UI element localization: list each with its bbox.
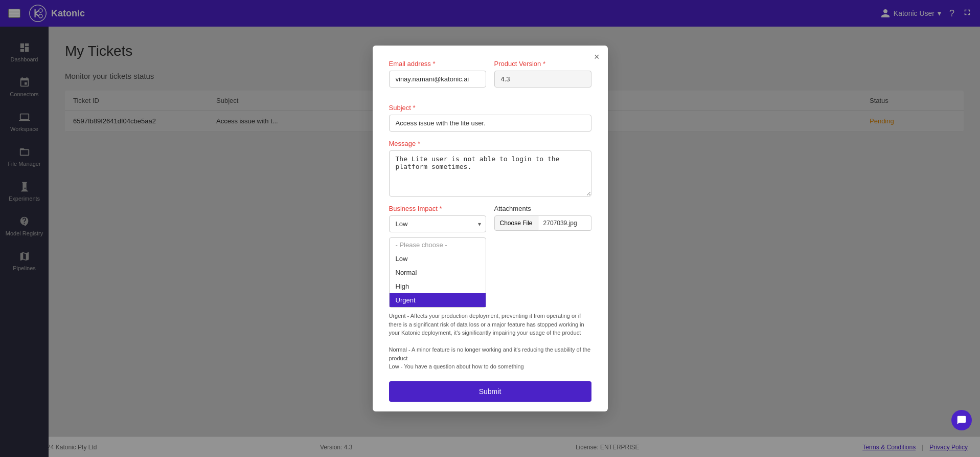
impact-desc-normal: Normal - A minor feature is no longer wo…: [389, 346, 591, 361]
attachments-label: Attachments: [494, 205, 591, 212]
modal-overlay: × Email address * Product Version *: [0, 0, 980, 457]
form-row-impact-attachments: Business Impact * Low Normal High Urgent…: [389, 205, 591, 308]
impact-label: Business Impact *: [389, 205, 486, 212]
form-row-email-version: Email address * Product Version *: [389, 60, 591, 96]
impact-required: *: [440, 205, 442, 212]
form-group-email: Email address *: [389, 60, 486, 88]
dropdown-option-normal[interactable]: Normal: [390, 266, 486, 279]
modal-close-button[interactable]: ×: [594, 52, 600, 62]
dropdown-option-urgent[interactable]: Urgent: [390, 293, 486, 307]
choose-file-button[interactable]: Choose File: [494, 215, 538, 231]
message-required: *: [418, 140, 420, 147]
subject-required: *: [413, 104, 416, 112]
file-input-wrapper: Choose File 2707039.jpg: [494, 215, 591, 231]
message-textarea[interactable]: The Lite user is not able to login to th…: [389, 150, 591, 197]
version-input[interactable]: [494, 71, 591, 88]
impact-descriptions: Urgent - Affects your production deploym…: [389, 312, 591, 371]
impact-desc-low: Low - You have a question about how to d…: [389, 363, 524, 369]
subject-label: Subject *: [389, 104, 591, 112]
form-group-message: Message * The Lite user is not able to l…: [389, 140, 591, 197]
dropdown-option-low[interactable]: Low: [390, 252, 486, 266]
email-label: Email address *: [389, 60, 486, 68]
impact-select[interactable]: Low Normal High Urgent: [389, 215, 486, 232]
form-group-impact: Business Impact * Low Normal High Urgent…: [389, 205, 486, 308]
form-group-subject: Subject *: [389, 104, 591, 132]
chat-fab-button[interactable]: [951, 410, 972, 430]
impact-select-wrapper: Low Normal High Urgent ▾: [389, 215, 486, 232]
dropdown-option-placeholder[interactable]: - Please choose -: [390, 238, 486, 252]
message-label: Message *: [389, 140, 591, 147]
subject-input[interactable]: [389, 115, 591, 132]
email-required: *: [433, 60, 436, 68]
version-label: Product Version *: [494, 60, 591, 68]
form-group-version: Product Version *: [494, 60, 591, 88]
chat-icon: [956, 415, 967, 425]
submit-button[interactable]: Submit: [389, 381, 591, 402]
form-group-attachments: Attachments Choose File 2707039.jpg: [494, 205, 591, 308]
version-required: *: [543, 60, 545, 68]
file-name-display: 2707039.jpg: [538, 215, 591, 231]
impact-desc-urgent: Urgent - Affects your production deploym…: [389, 313, 584, 336]
impact-dropdown: - Please choose - Low Normal High Urgent: [389, 237, 486, 308]
dropdown-option-high[interactable]: High: [390, 279, 486, 293]
email-input[interactable]: [389, 71, 486, 88]
modal: × Email address * Product Version *: [373, 46, 608, 411]
